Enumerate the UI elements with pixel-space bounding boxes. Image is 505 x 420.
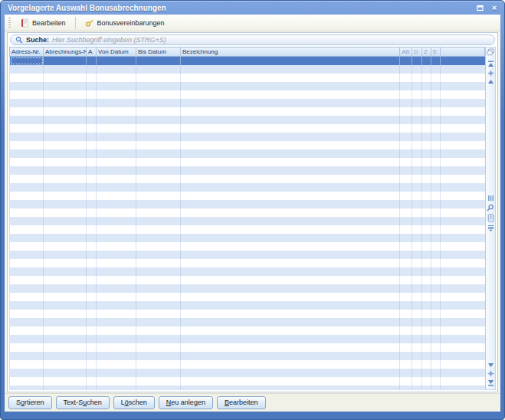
grid-cell-von-datum[interactable]: [97, 343, 136, 352]
grid-cell-ab[interactable]: [400, 259, 412, 267]
grid-row[interactable]: [10, 65, 485, 74]
grid-cell-bezeichnung[interactable]: [181, 183, 400, 192]
grid-cell-adress-nr[interactable]: [10, 234, 44, 242]
scroll-top-icon[interactable]: [487, 61, 494, 67]
grid-row[interactable]: [10, 149, 485, 158]
grid-cell-e[interactable]: [431, 251, 441, 259]
grid-row[interactable]: [10, 352, 485, 360]
grid-cell-d[interactable]: [412, 183, 422, 192]
grid-cell-z[interactable]: [422, 74, 431, 82]
grid-cell-bezeichnung[interactable]: [181, 133, 400, 141]
grid-cell-ab[interactable]: [400, 192, 412, 200]
grid-row[interactable]: [10, 90, 485, 99]
column-chooser-icon[interactable]: [487, 48, 494, 56]
grid-cell-von-datum[interactable]: [97, 284, 136, 293]
grid-cell-a[interactable]: [87, 166, 97, 175]
grid-cell-d[interactable]: [412, 377, 422, 386]
grid-cell-z[interactable]: [422, 65, 431, 74]
grid-cell-ab[interactable]: [400, 133, 412, 141]
grid-cell-ab[interactable]: [400, 208, 412, 217]
grid-cell-abrechnungs-nr[interactable]: [44, 149, 87, 158]
grid-cell-ab[interactable]: [400, 251, 412, 259]
grid-cell-z[interactable]: [422, 284, 431, 293]
grid-cell-bezeichnung[interactable]: [181, 200, 400, 208]
grid-cell-ab[interactable]: [400, 90, 412, 99]
grid-cell-z[interactable]: [422, 326, 431, 335]
grid-cell-bis-datum[interactable]: [136, 259, 181, 267]
grid-cell-adress-nr[interactable]: [10, 318, 44, 326]
grid-cell-a[interactable]: [87, 276, 97, 284]
löschen-button[interactable]: Löschen: [113, 396, 155, 409]
grid-cell-z[interactable]: [422, 149, 431, 158]
grid-row[interactable]: [10, 310, 485, 318]
grid-cell-e[interactable]: [431, 225, 441, 234]
grid-cell-abrechnungs-nr[interactable]: [44, 124, 87, 133]
grid-cell-adress-nr[interactable]: [10, 276, 44, 284]
grid-cell-d[interactable]: [412, 276, 422, 284]
grid-cell-e[interactable]: [431, 107, 441, 116]
grid-cell-a[interactable]: [87, 335, 97, 343]
grid-row[interactable]: [10, 242, 485, 251]
grid-cell-a[interactable]: [87, 183, 97, 192]
grid-cell-bis-datum[interactable]: [136, 377, 181, 386]
grid-cell-bis-datum[interactable]: [136, 116, 181, 124]
grid-row[interactable]: [10, 326, 485, 335]
grid-cell-bezeichnung[interactable]: [181, 326, 400, 335]
grid-cell-bis-datum[interactable]: [136, 352, 181, 360]
grid-cell-bis-datum[interactable]: [136, 343, 181, 352]
grid-cell-ab[interactable]: [400, 141, 412, 149]
grid-cell-abrechnungs-nr[interactable]: [44, 318, 87, 326]
grid-cell-d[interactable]: [412, 335, 422, 343]
grid-cell-von-datum[interactable]: [97, 74, 136, 82]
grid-cell-abrechnungs-nr[interactable]: [44, 82, 87, 90]
grid-cell-d[interactable]: [412, 369, 422, 377]
grid-cell-von-datum[interactable]: [97, 217, 136, 225]
grid-row[interactable]: [10, 259, 485, 267]
grid-cell-bis-datum[interactable]: [136, 158, 181, 166]
grid-cell-bezeichnung[interactable]: [181, 318, 400, 326]
grid-cell-e[interactable]: [431, 208, 441, 217]
neu-anlegen-button[interactable]: Neu anlegen: [159, 396, 213, 409]
grid-row[interactable]: [10, 183, 485, 192]
grid-row[interactable]: [10, 200, 485, 208]
grid-cell-z[interactable]: [422, 200, 431, 208]
grid-cell-bezeichnung[interactable]: [181, 82, 400, 90]
grid-cell-abrechnungs-nr[interactable]: [44, 57, 87, 65]
grid-row[interactable]: [10, 74, 485, 82]
grid-cell-abrechnungs-nr[interactable]: [44, 133, 87, 141]
grid-cell-bezeichnung[interactable]: [181, 369, 400, 377]
grid-cell-ab[interactable]: [400, 242, 412, 251]
grid-row[interactable]: [10, 133, 485, 141]
grid-cell-adress-nr[interactable]: [10, 107, 44, 116]
grid-row[interactable]: [10, 208, 485, 217]
text-suchen-button[interactable]: Text-Suchen: [56, 396, 110, 409]
grid-row[interactable]: [10, 284, 485, 293]
grid-cell-adress-nr[interactable]: [10, 124, 44, 133]
grid-cell-adress-nr[interactable]: [10, 251, 44, 259]
grid-cell-von-datum[interactable]: [97, 200, 136, 208]
grid-cell-von-datum[interactable]: [97, 99, 136, 107]
grid-cell-e[interactable]: [431, 158, 441, 166]
grid-cell-d[interactable]: [412, 310, 422, 318]
grid-cell-von-datum[interactable]: [97, 335, 136, 343]
grid-cell-abrechnungs-nr[interactable]: [44, 251, 87, 259]
grid-cell-z[interactable]: [422, 57, 431, 65]
grid-cell-bis-datum[interactable]: [136, 141, 181, 149]
grid-cell-bis-datum[interactable]: [136, 225, 181, 234]
grid-cell-a[interactable]: [87, 318, 97, 326]
grid-cell-a[interactable]: [87, 259, 97, 267]
grid-cell-ab[interactable]: [400, 116, 412, 124]
grid-cell-ab[interactable]: [400, 158, 412, 166]
grid-cell-z[interactable]: [422, 276, 431, 284]
grid-cell-a[interactable]: [87, 116, 97, 124]
grid-cell-adress-nr[interactable]: [10, 90, 44, 99]
grid-cell-a[interactable]: [87, 141, 97, 149]
grid-cell-a[interactable]: [87, 124, 97, 133]
grid-cell-von-datum[interactable]: [97, 352, 136, 360]
grid-row[interactable]: [10, 293, 485, 301]
grid-cell-bis-datum[interactable]: [136, 57, 181, 65]
grid-cell-abrechnungs-nr[interactable]: [44, 360, 87, 369]
grid-row[interactable]: [10, 276, 485, 284]
grid-cell-abrechnungs-nr[interactable]: [44, 141, 87, 149]
grid-cell-e[interactable]: [431, 234, 441, 242]
